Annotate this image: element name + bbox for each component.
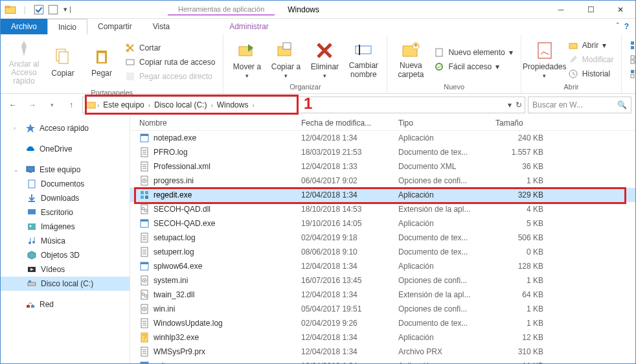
checkbox-checked-icon[interactable] <box>33 4 45 16</box>
nav-quick-access[interactable]: ›Acceso rápido <box>1 121 130 135</box>
up-button[interactable]: ↑ <box>63 97 80 113</box>
rename-button[interactable]: Cambiar nombre <box>345 37 381 82</box>
file-row[interactable]: WindowsUpdate.log02/04/2019 9:26Document… <box>130 316 635 330</box>
properties-icon <box>534 40 555 61</box>
file-type: Documento XML <box>398 162 495 171</box>
cut-button[interactable]: Cortar <box>122 41 218 54</box>
dropdown-icon[interactable]: ▾ | <box>62 4 73 16</box>
file-row[interactable]: system.ini16/07/2016 13:45Opciones de co… <box>130 273 635 288</box>
nav-videos[interactable]: Vídeos <box>1 262 130 277</box>
cloud-icon <box>25 144 36 154</box>
edit-button[interactable]: Modificar <box>565 53 617 66</box>
column-name[interactable]: Nombre <box>139 119 301 128</box>
file-name: splwow64.exe <box>153 262 202 271</box>
nav-desktop[interactable]: Escritorio <box>1 205 130 220</box>
file-type-icon <box>139 247 150 257</box>
navigation-pane: ›Acceso rápido OneDrive ⌄Este equipo Doc… <box>1 116 130 363</box>
nav-onedrive[interactable]: OneDrive <box>1 142 130 156</box>
nav-network[interactable]: Red <box>1 297 130 312</box>
select-all-button[interactable]: Seleccionar todo <box>627 39 636 52</box>
svg-rect-27 <box>631 46 634 49</box>
svg-point-66 <box>144 180 145 181</box>
tab-share[interactable]: Compartir <box>87 19 142 34</box>
file-row[interactable]: splwow64.exe12/04/2018 1:34Aplicación128… <box>130 259 635 273</box>
nav-local-disk[interactable]: Disco local (C:) <box>1 277 130 291</box>
chevron-right-icon[interactable]: › <box>148 102 150 109</box>
file-type-icon <box>139 176 150 186</box>
breadcrumb-drive[interactable]: Disco local (C:) <box>152 100 209 109</box>
history-button[interactable]: Historial <box>565 67 617 80</box>
file-row[interactable]: WMSysPr9.prx12/04/2018 1:34Archivo PRX31… <box>130 345 635 359</box>
new-item-button[interactable]: Nuevo elemento ▾ <box>431 46 515 59</box>
file-row[interactable]: setuperr.log08/06/2018 9:10Documento de … <box>130 245 635 259</box>
nav-this-pc[interactable]: ⌄Este equipo <box>1 163 130 177</box>
chevron-right-icon[interactable]: › <box>210 102 212 109</box>
copy-path-button[interactable]: Copiar ruta de acceso <box>122 56 218 69</box>
chevron-right-icon[interactable]: › <box>97 102 99 109</box>
file-row[interactable]: win.ini05/04/2017 19:51Opciones de confi… <box>130 302 635 316</box>
rename-icon <box>353 40 374 60</box>
recent-dropdown[interactable]: ▾ <box>43 97 60 113</box>
collapse-ribbon-icon[interactable]: ˆ <box>617 22 619 31</box>
nav-music[interactable]: Música <box>1 234 130 248</box>
copy-to-button[interactable]: Copiar a▾ <box>267 37 304 82</box>
svg-rect-85 <box>141 262 148 264</box>
file-name: notepad.exe <box>153 133 196 142</box>
column-size[interactable]: Tamaño <box>495 119 554 128</box>
tab-manage[interactable]: Administrar <box>210 19 288 34</box>
delete-button[interactable]: Eliminar▾ <box>306 37 343 82</box>
file-row[interactable]: PFRO.log18/03/2019 21:53Documento de tex… <box>130 145 635 159</box>
file-row[interactable]: ?winhlp32.exe12/04/2018 1:34Aplicación12… <box>130 330 635 345</box>
file-row[interactable]: progress.ini06/04/2017 9:02Opciones de c… <box>130 174 635 188</box>
dropdown-icon[interactable]: ▾ <box>508 100 512 109</box>
minimize-button[interactable]: ─ <box>546 1 576 19</box>
file-row[interactable]: regedit.exe12/04/2018 1:34Aplicación329 … <box>130 188 635 202</box>
chevron-down-icon[interactable]: ⌄ <box>14 166 21 173</box>
back-button[interactable]: ← <box>5 97 21 113</box>
checkbox-icon[interactable] <box>47 4 59 16</box>
move-to-button[interactable]: Mover a▾ <box>229 37 265 82</box>
chevron-right-icon[interactable]: › <box>14 125 21 131</box>
file-row[interactable]: Professional.xml12/04/2018 1:33Documento… <box>130 159 635 174</box>
file-row[interactable]: SECOH-QAD.exe19/10/2016 14:05Aplicación5… <box>130 216 635 231</box>
forward-button[interactable]: → <box>24 97 41 113</box>
chevron-right-icon[interactable]: › <box>252 102 254 109</box>
close-button[interactable]: ✕ <box>606 1 635 19</box>
nav-pictures[interactable]: Imágenes <box>1 220 130 234</box>
maximize-button[interactable]: ☐ <box>576 1 606 19</box>
invert-selection-button[interactable]: Invertir selección <box>627 67 636 80</box>
select-none-button[interactable]: No seleccionar nada <box>627 53 636 66</box>
nav-documents[interactable]: Documentos <box>1 177 130 191</box>
tab-home[interactable]: Inicio <box>47 19 87 34</box>
file-list[interactable]: 2 notepad.exe12/04/2018 1:34Aplicación24… <box>130 131 635 363</box>
file-type-icon <box>139 347 150 357</box>
column-date[interactable]: Fecha de modifica... <box>301 119 398 128</box>
easy-access-button[interactable]: Fácil acceso ▾ <box>431 60 515 73</box>
network-icon <box>25 299 36 310</box>
paste-shortcut-button[interactable]: Pegar acceso directo <box>122 70 218 83</box>
pin-button[interactable]: Anclar al Acceso rápido <box>6 37 42 87</box>
svg-rect-75 <box>141 220 148 222</box>
nav-3d-objects[interactable]: Objetos 3D <box>1 248 130 262</box>
copy-button[interactable]: Copiar <box>45 37 81 87</box>
file-row[interactable]: SECOH-QAD.dll18/10/2018 14:53Extensión d… <box>130 202 635 216</box>
search-input[interactable]: Buscar en W... 🔍 <box>528 97 631 113</box>
paste-button[interactable]: Pegar <box>84 37 120 87</box>
breadcrumb-root[interactable]: Este equipo <box>100 100 146 109</box>
file-row[interactable]: setupact.log02/04/2019 9:18Documento de … <box>130 231 635 245</box>
open-button[interactable]: Abrir ▾ <box>565 39 617 52</box>
svg-rect-36 <box>631 74 634 78</box>
column-type[interactable]: Tipo <box>398 119 495 128</box>
tab-file[interactable]: Archivo <box>1 19 47 34</box>
breadcrumb-folder[interactable]: Windows <box>214 100 251 109</box>
help-icon[interactable]: ? <box>624 22 629 31</box>
file-row[interactable]: twain_32.dll12/04/2018 1:34Extensión de … <box>130 288 635 302</box>
refresh-icon[interactable]: ↻ <box>516 100 522 109</box>
music-icon <box>27 236 37 246</box>
properties-button[interactable]: Propiedades▾ <box>527 37 563 82</box>
file-row[interactable]: write.exe12/04/2018 1:34Aplicación11 KB <box>130 359 635 363</box>
nav-downloads[interactable]: Downloads <box>1 191 130 205</box>
tab-view[interactable]: Vista <box>142 19 180 34</box>
new-folder-button[interactable]: ✦Nueva carpeta <box>392 37 429 82</box>
file-row[interactable]: notepad.exe12/04/2018 1:34Aplicación240 … <box>130 131 635 145</box>
